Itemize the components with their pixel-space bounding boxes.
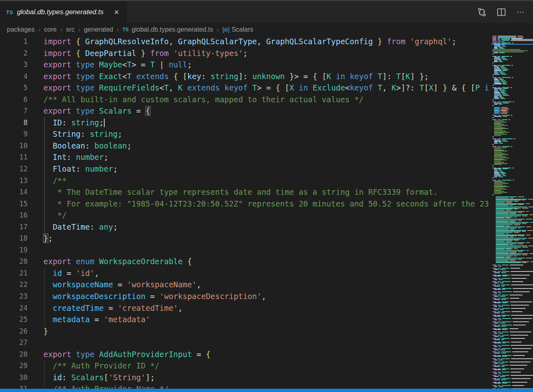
code-token: type [76, 60, 95, 69]
breadcrumb-item-generated[interactable]: generated [84, 26, 113, 33]
line-number[interactable]: 17 [0, 221, 28, 233]
breadcrumb-item-packages[interactable]: packages [7, 26, 35, 33]
code-line[interactable]: */ [43, 209, 491, 221]
gutter[interactable]: 1234567891011121314151617181920212223242… [0, 36, 28, 389]
code-token: from [150, 49, 169, 58]
line-number[interactable]: 27 [0, 337, 28, 349]
close-icon[interactable]: ✕ [113, 8, 120, 17]
line-number[interactable]: 4 [0, 71, 28, 82]
code-line[interactable]: import { DeepPartial } from 'utility-typ… [43, 47, 491, 59]
code-line[interactable]: Boolean: boolean; [43, 140, 491, 152]
code-token: > = [294, 72, 313, 81]
code-token [308, 83, 312, 92]
code-line[interactable]: export enum WorkspaceOrderable { [43, 256, 491, 267]
code-line[interactable]: export type Scalars = { [43, 105, 491, 117]
code-token: export [43, 350, 71, 359]
line-number[interactable]: 13 [0, 175, 28, 187]
line-number[interactable]: 21 [0, 267, 28, 279]
code-token: GraphQLScalarType [178, 37, 257, 46]
line-number[interactable]: 12 [0, 163, 28, 175]
line-number[interactable]: 18 [0, 233, 28, 244]
line-number[interactable]: 30 [0, 372, 28, 383]
code-line[interactable]: id = 'id', [43, 267, 491, 279]
code-token: ?: [406, 83, 419, 92]
code-token: type [76, 72, 95, 81]
breadcrumb-item-core[interactable]: core [44, 26, 57, 33]
line-number[interactable]: 19 [0, 244, 28, 256]
code-token: { [461, 83, 466, 92]
line-number[interactable]: 23 [0, 291, 28, 302]
line-number[interactable]: 16 [0, 209, 28, 221]
breadcrumb-item-symbol[interactable]: Scalars [232, 26, 253, 33]
code-line[interactable]: id: Scalars['String']; [43, 372, 491, 383]
open-changes-icon[interactable] [477, 7, 487, 17]
line-number[interactable]: 5 [0, 82, 28, 94]
code-token: /** [43, 176, 67, 185]
code-line[interactable]: }; [43, 233, 491, 244]
split-editor-icon[interactable] [496, 7, 506, 17]
line-number[interactable]: 10 [0, 140, 28, 152]
line-number[interactable]: 20 [0, 256, 28, 267]
code-line[interactable]: * The DateTime scalar type represents da… [43, 186, 491, 198]
code-token: in [336, 72, 345, 81]
code-line[interactable]: DateTime: any; [43, 221, 491, 233]
code-line[interactable]: /** Auth Provider Name */ [43, 383, 491, 389]
code-line[interactable]: workspaceName = 'workspaceName', [43, 279, 491, 291]
typescript-file-icon: TS [6, 9, 13, 15]
code-token [71, 257, 76, 266]
code-token: boolean [95, 141, 127, 150]
line-number[interactable]: 8 [0, 117, 28, 129]
line-number[interactable]: 26 [0, 325, 28, 337]
line-number[interactable]: 2 [0, 47, 28, 59]
line-number[interactable]: 29 [0, 360, 28, 372]
line-number[interactable]: 25 [0, 314, 28, 325]
code-line[interactable] [43, 244, 491, 256]
code-line[interactable]: * For example: "1985-04-12T23:20:50.52Z"… [43, 198, 491, 210]
code-line[interactable]: } [43, 325, 491, 337]
code-token [81, 37, 85, 46]
line-number[interactable]: 14 [0, 186, 28, 198]
code-area[interactable]: import { GraphQLResolveInfo, GraphQLScal… [32, 36, 491, 389]
code-token [71, 72, 76, 81]
code-token: [ [424, 83, 428, 92]
code-line[interactable]: workspaceDescription = 'workspaceDescrip… [43, 291, 491, 302]
line-number[interactable]: 6 [0, 94, 28, 106]
code-line[interactable]: /** All built-in and custom scalars, map… [43, 94, 491, 106]
code-line[interactable]: Int: number; [43, 151, 491, 163]
code-line[interactable]: String: string; [43, 128, 491, 140]
code-line[interactable]: /** [43, 175, 491, 187]
code-line[interactable]: export type AddAuthProviderInput = { [43, 349, 491, 360]
line-number[interactable]: 1 [0, 36, 28, 47]
code-token [136, 49, 141, 58]
more-actions-icon[interactable]: ⋯ [516, 7, 526, 17]
code-line[interactable] [43, 337, 491, 349]
breadcrumb-item-file[interactable]: global.db.types.generated.ts [131, 26, 213, 33]
code-line[interactable]: import { GraphQLResolveInfo, GraphQLScal… [43, 36, 491, 47]
code-line[interactable]: Float: number; [43, 163, 491, 175]
line-number[interactable]: 22 [0, 279, 28, 291]
line-number[interactable]: 3 [0, 59, 28, 71]
code-line[interactable]: metadata = 'metadata' [43, 314, 491, 325]
code-line[interactable]: /** Auth Provider ID */ [43, 360, 491, 372]
code-editor[interactable]: 1234567891011121314151617181920212223242… [0, 36, 533, 389]
line-number[interactable]: 28 [0, 349, 28, 360]
code-token: : [243, 72, 252, 81]
code-token: : [62, 373, 71, 382]
code-token: export [43, 257, 71, 266]
code-line[interactable]: export type Maybe<T> = T | null; [43, 59, 491, 71]
code-token: { [146, 106, 150, 115]
code-line[interactable]: export type RequireFields<T, K extends k… [43, 82, 491, 94]
line-number[interactable]: 7 [0, 105, 28, 117]
code-line[interactable]: ID: string; [43, 117, 491, 129]
line-number[interactable]: 24 [0, 302, 28, 314]
minimap[interactable] [491, 36, 533, 389]
breadcrumb-item-src[interactable]: src [66, 26, 75, 33]
line-number[interactable]: 31 [0, 383, 28, 389]
line-number[interactable]: 11 [0, 151, 28, 163]
line-number[interactable]: 9 [0, 128, 28, 140]
editor-tab-bar: TS global.db.types.generated.ts ✕ [0, 1, 533, 23]
code-line[interactable]: createdTime = 'createdTime', [43, 302, 491, 314]
tab-global-db-types-generated-ts[interactable]: TS global.db.types.generated.ts ✕ [0, 1, 127, 23]
code-line[interactable]: export type Exact<T extends { [key: stri… [43, 71, 491, 82]
line-number[interactable]: 15 [0, 198, 28, 210]
